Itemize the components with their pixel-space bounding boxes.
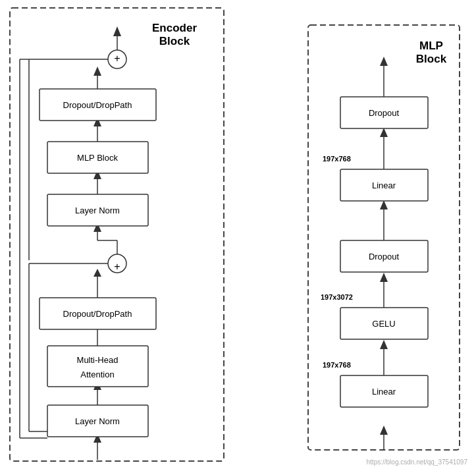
enc-title1: Encoder — [152, 22, 197, 34]
svg-text:Dropout: Dropout — [369, 252, 400, 262]
svg-text:MLP: MLP — [419, 40, 443, 52]
svg-text:+: + — [114, 261, 120, 272]
svg-text:GELU: GELU — [372, 319, 395, 329]
svg-text:Linear: Linear — [372, 387, 396, 397]
final-diagram: Encoder Block Layer Norm Multi-Head Atte… — [0, 0, 476, 469]
svg-text:MLP Block: MLP Block — [77, 153, 118, 163]
svg-text:197x768: 197x768 — [323, 361, 351, 369]
svg-text:Multi-Head: Multi-Head — [77, 355, 119, 365]
svg-text:Dropout: Dropout — [369, 108, 400, 118]
svg-text:Dropout/DropPath: Dropout/DropPath — [63, 100, 132, 110]
svg-text:Layer Norm: Layer Norm — [75, 416, 120, 426]
svg-rect-10 — [47, 346, 148, 387]
svg-text:Linear: Linear — [372, 180, 396, 190]
svg-text:Attention: Attention — [80, 370, 114, 379]
svg-text:Block: Block — [416, 53, 447, 65]
encoder-border-final — [10, 8, 224, 461]
svg-text:Layer Norm: Layer Norm — [75, 206, 120, 215]
svg-text:+: + — [114, 53, 120, 64]
svg-text:197x3072: 197x3072 — [321, 293, 353, 301]
svg-text:https://blog.csdn.net/qq_37541: https://blog.csdn.net/qq_37541097 — [367, 458, 468, 466]
svg-text:Dropout/DropPath: Dropout/DropPath — [63, 309, 132, 319]
svg-text:197x768: 197x768 — [323, 155, 351, 163]
enc-title2: Block — [159, 35, 190, 47]
